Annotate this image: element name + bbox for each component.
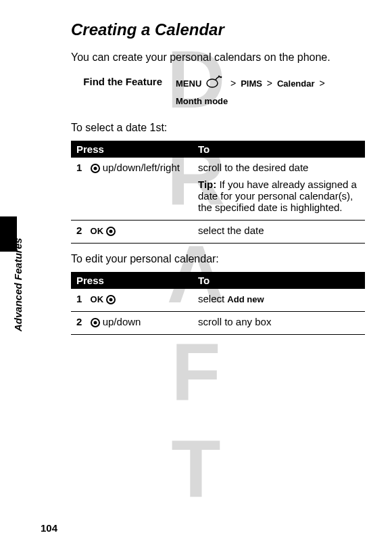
- intro-text: You can create your personal calendars o…: [71, 51, 365, 64]
- path-pims: PIMS: [241, 78, 262, 89]
- tip-text: Tip: If you have already assigned a date…: [198, 179, 360, 213]
- path-sep: >: [265, 78, 274, 89]
- press-action: up/down/left/right: [103, 162, 180, 173]
- ok-key-label: OK: [91, 294, 104, 304]
- tip-body: If you have already assigned a date for …: [198, 179, 357, 213]
- path-sep: >: [317, 78, 326, 89]
- section2-text: To edit your personal calendar:: [71, 253, 365, 265]
- path-sep: >: [228, 78, 238, 89]
- svg-point-2: [218, 76, 220, 77]
- to-action: scroll to the desired date: [198, 162, 360, 173]
- svg-point-6: [109, 229, 113, 233]
- feature-path: MENU > PIMS > Calendar > Month mode: [176, 74, 327, 110]
- svg-point-8: [109, 298, 113, 301]
- find-feature-row: Find the Feature MENU > PIMS > Calendar …: [71, 74, 365, 110]
- path-monthmode: Month mode: [176, 96, 228, 106]
- addnew-label: Add new: [227, 294, 264, 304]
- page-title: Creating a Calendar: [71, 20, 365, 39]
- table-row: 1 OK select Add new: [71, 289, 365, 312]
- table-row: 2 up/down scroll to any box: [71, 311, 365, 334]
- step-number: 2: [76, 225, 87, 236]
- svg-point-10: [93, 321, 97, 324]
- nav-dot-icon: [91, 164, 100, 173]
- col-header-to: To: [193, 141, 365, 158]
- nav-dot-icon: [106, 295, 116, 304]
- step-number: 2: [76, 316, 87, 327]
- path-calendar: Calendar: [277, 78, 315, 89]
- to-prefix: select: [198, 293, 227, 304]
- col-header-to: To: [193, 272, 365, 289]
- table-row: 2 OK select the date: [71, 220, 365, 243]
- page-number: 104: [41, 522, 57, 534]
- steps-table-2: Press To 1 OK select Add new 2: [71, 272, 365, 335]
- tip-label: Tip:: [198, 179, 216, 190]
- page-content: Creating a Calendar You can create your …: [0, 0, 392, 355]
- col-header-press: Press: [71, 272, 193, 289]
- steps-table-1: Press To 1 up/down/left/right scroll to …: [71, 141, 365, 244]
- find-feature-label: Find the Feature: [71, 74, 162, 110]
- nav-dot-icon: [106, 227, 116, 236]
- svg-point-0: [207, 79, 218, 87]
- section1-text: To select a date 1st:: [71, 122, 365, 134]
- ok-key-label: OK: [91, 226, 104, 236]
- step-number: 1: [76, 293, 87, 304]
- table-row: 1 up/down/left/right scroll to the desir…: [71, 158, 365, 221]
- col-header-press: Press: [71, 141, 193, 158]
- to-action: select the date: [193, 220, 365, 243]
- svg-point-4: [93, 166, 97, 170]
- step-number: 1: [76, 162, 87, 173]
- menu-key-label: MENU: [176, 78, 201, 89]
- to-action: scroll to any box: [193, 311, 365, 334]
- menu-key-icon: [206, 74, 224, 93]
- nav-dot-icon: [91, 318, 100, 327]
- svg-point-1: [220, 76, 222, 78]
- press-action: up/down: [103, 316, 141, 327]
